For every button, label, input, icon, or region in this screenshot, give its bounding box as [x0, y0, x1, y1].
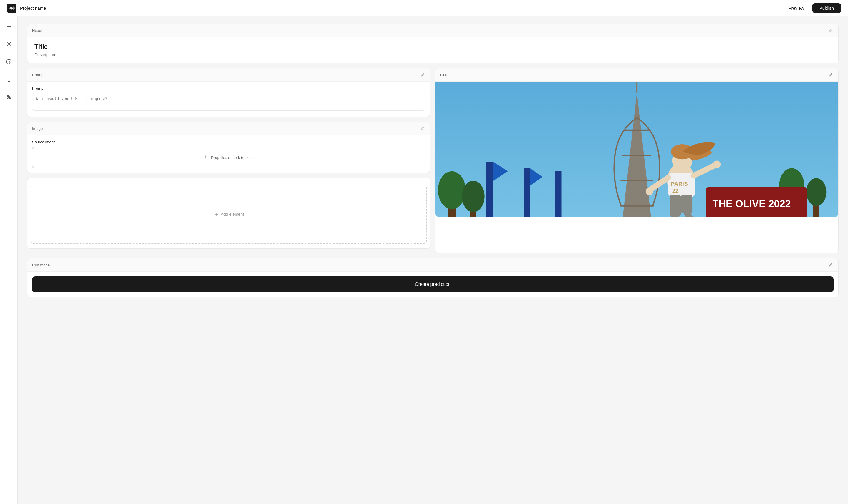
header-title: Title	[34, 43, 831, 51]
svg-text:22: 22	[672, 187, 679, 194]
svg-rect-35	[524, 168, 530, 217]
image-card-body: Source image Drop files or click to sele…	[28, 135, 430, 173]
sidebar-add-icon[interactable]	[3, 21, 14, 32]
svg-rect-33	[486, 162, 493, 217]
sidebar-settings-icon[interactable]	[3, 39, 14, 50]
run-model-edit-button[interactable]	[828, 262, 834, 268]
prompt-input[interactable]	[32, 93, 426, 111]
add-element-card: Add element	[27, 178, 431, 249]
publish-button[interactable]: Publish	[812, 3, 841, 13]
add-element-card-body: Add element	[28, 178, 430, 249]
svg-point-7	[8, 98, 9, 99]
add-element-button[interactable]: Add element	[214, 212, 244, 217]
preview-button[interactable]: Preview	[785, 4, 807, 12]
output-card: Output	[435, 68, 838, 253]
sidebar-sliders-icon[interactable]	[3, 92, 14, 103]
pencil-icon	[420, 126, 425, 131]
image-edit-button[interactable]	[419, 125, 426, 131]
pencil-icon	[828, 28, 833, 33]
svg-point-6	[9, 96, 10, 98]
drop-zone-text: Drop files or click to select	[211, 156, 256, 160]
sidebar	[0, 17, 18, 504]
run-model-section-label: Run model	[32, 263, 51, 267]
prompt-section-label: Prompt	[32, 73, 44, 77]
output-card-header: Output	[435, 68, 838, 82]
sidebar-palette-icon[interactable]	[3, 56, 14, 67]
output-image-container: 2024 THE OLIVE 2022 PARIS 22	[435, 82, 838, 217]
svg-point-31	[806, 178, 826, 206]
prompt-card-body: Prompt	[28, 82, 430, 116]
svg-point-51	[646, 187, 653, 195]
svg-point-52	[713, 160, 721, 168]
topbar-left: Project name	[7, 3, 46, 13]
image-card: Image Source image	[27, 122, 431, 173]
image-card-header: Image	[28, 122, 430, 135]
header-section-label: Header	[32, 28, 45, 33]
palette-icon	[6, 59, 12, 65]
prompt-card-header: Prompt	[28, 68, 430, 82]
left-column: Prompt Prompt Image	[27, 68, 431, 253]
main-content: Header Title Description Prompt	[18, 17, 848, 504]
drop-zone[interactable]: Drop files or click to select	[32, 147, 426, 168]
topbar: Project name Preview Publish	[0, 0, 848, 17]
output-card-body: 2024 THE OLIVE 2022 PARIS 22	[435, 82, 838, 217]
project-name: Project name	[20, 5, 46, 11]
svg-point-5	[7, 95, 8, 96]
pencil-icon	[420, 72, 425, 77]
run-model-card-header: Run model	[28, 258, 838, 272]
svg-point-1	[8, 43, 10, 45]
gear-icon	[6, 41, 12, 47]
add-element-label: Add element	[221, 212, 244, 217]
prompt-card: Prompt Prompt	[27, 68, 431, 117]
image-section-label: Image	[32, 126, 43, 131]
svg-text:PARIS: PARIS	[671, 181, 687, 187]
prompt-edit-button[interactable]	[419, 72, 426, 78]
output-image: 2024 THE OLIVE 2022 PARIS 22	[435, 82, 838, 217]
header-card: Header Title Description	[27, 23, 838, 63]
source-image-label: Source image	[32, 140, 426, 144]
pencil-icon	[828, 72, 833, 77]
output-section-label: Output	[440, 73, 452, 77]
logo-icon	[7, 3, 17, 13]
svg-point-3	[8, 60, 9, 61]
svg-point-2	[8, 61, 8, 61]
header-card-body: Title Description	[28, 37, 838, 63]
svg-text:THE OLIVE 2022: THE OLIVE 2022	[712, 198, 791, 209]
create-prediction-button[interactable]: Create prediction	[32, 276, 834, 292]
svg-rect-37	[555, 171, 561, 217]
plus-circle-icon	[214, 212, 219, 217]
text-icon	[6, 76, 12, 83]
prompt-field-label: Prompt	[32, 86, 426, 91]
plus-icon	[6, 23, 12, 30]
right-column: Output	[435, 68, 838, 253]
svg-point-27	[462, 181, 485, 212]
two-col-layout: Prompt Prompt Image	[27, 68, 838, 253]
add-element-dropzone[interactable]: Add element	[31, 185, 427, 244]
upload-icon	[202, 154, 209, 162]
sidebar-text-icon[interactable]	[3, 74, 14, 85]
sliders-icon	[6, 94, 12, 100]
run-model-card: Run model Create prediction	[27, 258, 838, 297]
header-description: Description	[34, 52, 831, 57]
run-model-card-body: Create prediction	[28, 272, 838, 297]
svg-point-4	[10, 61, 10, 61]
header-card-header: Header	[28, 24, 838, 37]
header-edit-button[interactable]	[828, 28, 834, 33]
pencil-icon	[828, 263, 833, 267]
topbar-right: Preview Publish	[785, 3, 841, 13]
svg-point-25	[438, 171, 466, 209]
output-edit-button[interactable]	[828, 72, 834, 78]
